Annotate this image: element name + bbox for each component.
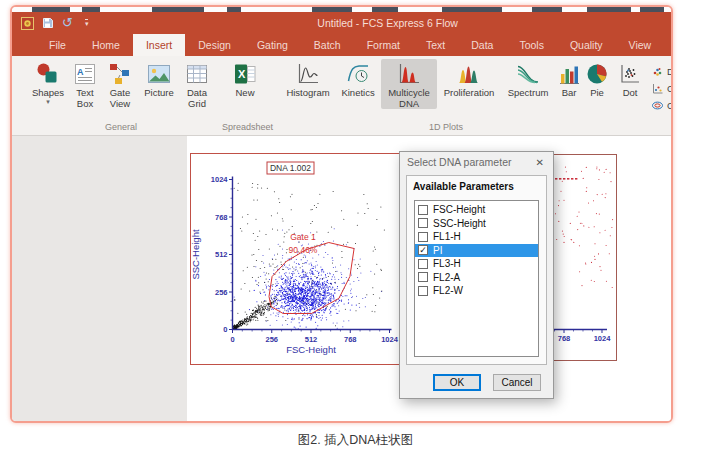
checkbox-icon[interactable]: [418, 232, 428, 242]
spectrum-icon: [515, 61, 541, 87]
histogram-icon: [295, 61, 321, 87]
parameter-row-pi[interactable]: ✓PI: [415, 244, 538, 258]
svg-text:X: X: [238, 68, 246, 80]
2d-plot-small-buttons: Dens Colo Cont: [647, 59, 671, 114]
parameter-label: FL3-H: [433, 258, 461, 269]
svg-text:512: 512: [215, 250, 228, 259]
parameter-row-ssc-height[interactable]: SSC-Height: [415, 217, 538, 231]
parameter-row-fsc-height[interactable]: FSC-Height: [415, 203, 538, 217]
figure-caption: 图2. 插入DNA柱状图: [0, 432, 711, 449]
shapes-button[interactable]: Shapes ▾: [28, 59, 68, 105]
gate-view-icon: [107, 61, 133, 87]
group-label-general: General: [28, 122, 214, 135]
svg-text:Gate 1: Gate 1: [290, 232, 316, 242]
picture-button[interactable]: Picture: [138, 59, 180, 99]
parameter-row-fl2-w[interactable]: FL2-W: [415, 284, 538, 298]
parameter-label: PI: [433, 245, 442, 256]
density-icon: [651, 65, 664, 78]
svg-text:0: 0: [223, 325, 227, 334]
data-grid-icon: [184, 61, 210, 87]
contour-button[interactable]: Cont: [651, 97, 671, 114]
parameter-label: FL1-H: [433, 231, 461, 242]
tab-design[interactable]: Design: [185, 34, 244, 56]
svg-text:1024: 1024: [594, 334, 612, 343]
contour-icon: [651, 99, 664, 112]
parameter-row-fl2-a[interactable]: FL2-A: [415, 271, 538, 285]
group-label-2d: [613, 122, 671, 135]
group-label-spreadsheet: Spreadsheet: [216, 122, 279, 135]
pie-button[interactable]: Pie: [583, 59, 611, 99]
checkbox-icon[interactable]: [418, 205, 428, 215]
svg-text:512: 512: [305, 335, 318, 344]
tab-batch[interactable]: Batch: [301, 34, 354, 56]
ribbon-group-spreadsheet: X New Spreadsheet: [216, 56, 279, 135]
svg-text:768: 768: [344, 335, 357, 344]
undo-icon[interactable]: ↺: [62, 17, 73, 29]
svg-text:256: 256: [265, 335, 278, 344]
checkbox-icon[interactable]: ✓: [418, 245, 428, 255]
dot-plot-icon: [617, 61, 643, 87]
close-icon[interactable]: ✕: [534, 157, 546, 168]
parameter-row-fl3-h[interactable]: FL3-H: [415, 257, 538, 271]
shapes-icon: [35, 61, 61, 87]
histogram-button[interactable]: Histogram: [281, 59, 335, 99]
multicycle-dna-icon: [396, 61, 422, 87]
proliferation-icon: [456, 61, 482, 87]
group-label-1d-plots: 1D Plots: [281, 122, 611, 135]
parameter-label: FSC-Height: [433, 204, 485, 215]
dot-plot-button[interactable]: Dot: [613, 59, 647, 99]
tab-home[interactable]: Home: [79, 34, 133, 56]
cancel-button[interactable]: Cancel: [493, 374, 541, 391]
data-grid-button[interactable]: Data Grid: [180, 59, 214, 109]
tab-view[interactable]: View: [616, 34, 665, 56]
new-spreadsheet-button[interactable]: X New: [224, 59, 266, 99]
text-box-button[interactable]: A Text Box: [68, 59, 102, 109]
panel-header: Available Parameters: [407, 176, 546, 196]
parameter-label: FL2-W: [433, 285, 463, 296]
kinetics-button[interactable]: Kinetics: [335, 59, 381, 99]
parameter-label: SSC-Height: [433, 218, 486, 229]
dropdown-caret-icon: ▾: [46, 99, 50, 105]
svg-text:1024: 1024: [211, 175, 229, 184]
tab-file[interactable]: File: [36, 34, 79, 56]
picture-icon: [146, 61, 172, 87]
tab-quality[interactable]: Quality: [557, 34, 616, 56]
color-dot-button[interactable]: Colo: [651, 80, 671, 97]
checkbox-icon[interactable]: [418, 259, 428, 269]
bar-button[interactable]: Bar: [555, 59, 583, 99]
spectrum-button[interactable]: Spectrum: [501, 59, 555, 99]
tab-gating[interactable]: Gating: [244, 34, 301, 56]
select-dna-parameter-dialog: Select DNA parameter ✕ Available Paramet…: [399, 151, 554, 399]
proliferation-button[interactable]: Proliferation: [437, 59, 501, 99]
ribbon: Shapes ▾ A Text Box Gate View Picture: [12, 56, 671, 136]
parameter-listbox[interactable]: FSC-HeightSSC-HeightFL1-H✓PIFL3-HFL2-AFL…: [414, 200, 539, 357]
title-bar: ↺ ▾ Untitled - FCS Express 6 Flow: [12, 12, 671, 34]
svg-text:90.46%: 90.46%: [289, 245, 318, 255]
color-dot-icon: [651, 82, 664, 95]
scatter-plot-object[interactable]: Gate 190.46%0256512768102402565127681024…: [190, 153, 413, 365]
svg-text:1024: 1024: [381, 335, 399, 344]
multicycle-dna-button[interactable]: Multicycle DNA: [381, 59, 437, 109]
excel-new-icon: X: [232, 61, 258, 87]
checkbox-icon[interactable]: [418, 272, 428, 282]
qat-customize-caret-icon[interactable]: ▾: [85, 19, 89, 27]
svg-text:SSC-Height: SSC-Height: [191, 229, 201, 280]
tab-text[interactable]: Text: [413, 34, 458, 56]
save-icon[interactable]: [42, 17, 54, 29]
density-button[interactable]: Dens: [651, 63, 671, 80]
text-box-icon: A: [72, 61, 98, 87]
app-icon[interactable]: [21, 17, 34, 30]
parameter-row-fl1-h[interactable]: FL1-H: [415, 230, 538, 244]
tab-data[interactable]: Data: [458, 34, 506, 56]
window-title: Untitled - FCS Express 6 Flow: [317, 17, 458, 29]
svg-text:256: 256: [215, 288, 228, 297]
svg-text:768: 768: [215, 213, 228, 222]
checkbox-icon[interactable]: [418, 286, 428, 296]
ok-button[interactable]: OK: [433, 374, 481, 391]
tab-insert[interactable]: Insert: [133, 34, 185, 56]
tab-format[interactable]: Format: [354, 34, 413, 56]
svg-text:A: A: [77, 67, 84, 77]
checkbox-icon[interactable]: [418, 218, 428, 228]
gate-view-button[interactable]: Gate View: [102, 59, 138, 109]
tab-tools[interactable]: Tools: [506, 34, 557, 56]
